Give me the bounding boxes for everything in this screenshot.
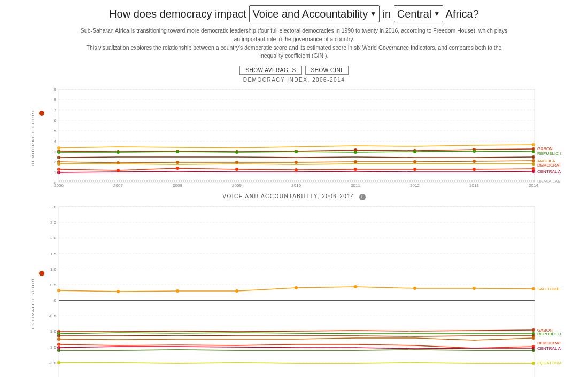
svg-point-45 <box>413 160 416 163</box>
svg-text:-2.0: -2.0 <box>49 360 56 365</box>
svg-text:1.0: 1.0 <box>50 267 57 272</box>
svg-text:0: 0 <box>54 298 57 303</box>
svg-point-65 <box>413 168 416 171</box>
title-prefix: How does democracy impact <box>109 8 246 20</box>
indicator-dropdown[interactable]: Voice and Accountability ▼ <box>249 5 380 22</box>
svg-text:2007: 2007 <box>113 183 123 188</box>
svg-text:8: 8 <box>54 97 57 102</box>
svg-point-56 <box>473 150 476 153</box>
svg-text:1.5: 1.5 <box>50 252 57 256</box>
line2-eq-guinea-2[interactable] <box>59 363 533 363</box>
svg-text:9: 9 <box>54 87 57 92</box>
svg-text:CENTRAL AFRICAN REPUBLIC: CENTRAL AFRICAN REPUBLIC <box>537 346 561 351</box>
svg-point-120 <box>235 289 238 293</box>
line2-angola[interactable] <box>59 338 533 340</box>
title-end: Africa? <box>446 8 479 20</box>
svg-point-119 <box>176 289 179 293</box>
svg-point-52 <box>235 151 238 154</box>
svg-text:1: 1 <box>54 170 57 175</box>
svg-point-51 <box>176 150 179 153</box>
line2-cameroon[interactable] <box>59 335 533 336</box>
svg-point-46 <box>473 160 476 163</box>
svg-text:2011: 2011 <box>351 183 360 188</box>
line-cameroon[interactable] <box>59 157 533 158</box>
svg-text:2.5: 2.5 <box>50 220 57 225</box>
chart1-y-label: DEMOCRATIC SCORE <box>30 108 35 166</box>
subtitle: Sub-Saharan Africa is transitioning towa… <box>80 27 508 60</box>
svg-text:4: 4 <box>54 139 57 144</box>
svg-text:2: 2 <box>54 160 57 164</box>
svg-text:2013: 2013 <box>469 183 479 188</box>
svg-text:REPUBLIC OF THE CONGO: REPUBLIC OF THE CONGO <box>537 151 561 156</box>
svg-text:CENTRAL AFRICAN REPUBLIC: CENTRAL AFRICAN REPUBLIC <box>537 169 561 174</box>
svg-text:UNAVAILABLE: UNAVAILABLE <box>537 179 561 184</box>
svg-point-53 <box>295 150 298 153</box>
title-in: in <box>383 8 391 20</box>
svg-text:2009: 2009 <box>232 183 242 188</box>
line2-gabon[interactable] <box>59 330 533 332</box>
svg-point-43 <box>295 161 298 164</box>
svg-point-60 <box>117 169 120 172</box>
main-title: How does democracy impact Voice and Acco… <box>0 5 588 22</box>
svg-point-42 <box>235 161 238 164</box>
svg-text:2008: 2008 <box>173 183 182 188</box>
svg-text:2014: 2014 <box>529 183 538 188</box>
line-eq-guinea[interactable] <box>59 164 533 164</box>
svg-text:EQUATORIAL GUINEA: EQUATORIAL GUINEA <box>537 360 561 365</box>
svg-text:DEMOCRATIC REPUBLIC OF THE CON: DEMOCRATIC REPUBLIC OF THE CONGO <box>537 341 561 345</box>
svg-point-62 <box>235 168 238 171</box>
svg-point-61 <box>176 167 179 170</box>
svg-text:-1.5: -1.5 <box>49 345 56 350</box>
svg-text:-0.5: -0.5 <box>49 313 56 318</box>
svg-text:0.5: 0.5 <box>50 282 57 287</box>
show-averages-button[interactable]: SHOW AVERAGES <box>239 66 301 75</box>
region-dropdown[interactable]: Central ▼ <box>394 5 443 22</box>
svg-text:2012: 2012 <box>410 183 420 188</box>
line2-republic-congo[interactable] <box>59 333 533 334</box>
svg-point-123 <box>413 287 416 290</box>
accountability-chart-container: ESTIMATED SCORE <box>27 201 561 377</box>
line2-eq-guinea[interactable] <box>59 350 533 350</box>
svg-text:DEMOCRATIC REPUBLIC OF THE CON: DEMOCRATIC REPUBLIC OF THE CONGO <box>537 163 561 168</box>
svg-text:6: 6 <box>54 118 57 123</box>
svg-text:7: 7 <box>54 108 57 113</box>
accountability-chart-section: VOICE AND ACCOUNTABILITY, 2006-2014 i ES… <box>27 193 561 377</box>
show-gini-button[interactable]: SHOW GINI <box>305 66 349 75</box>
controls-bar: SHOW AVERAGES SHOW GINI <box>0 66 588 75</box>
chart2-y-indicator <box>39 271 44 276</box>
line-sao-tome[interactable] <box>59 145 533 148</box>
svg-point-66 <box>473 168 476 171</box>
svg-point-121 <box>295 286 298 289</box>
svg-point-55 <box>413 150 416 153</box>
indicator-dropdown-arrow: ▼ <box>370 10 376 19</box>
region-dropdown-arrow: ▼ <box>434 10 440 19</box>
svg-text:2006: 2006 <box>54 183 64 188</box>
svg-point-118 <box>117 290 120 293</box>
accountability-chart-svg: ESTIMATED SCORE <box>27 201 561 377</box>
svg-point-50 <box>117 151 120 154</box>
democracy-chart-title: DEMOCRACY INDEX, 2006-2014 <box>27 77 561 83</box>
svg-text:2010: 2010 <box>291 183 301 188</box>
svg-text:-1.0: -1.0 <box>49 329 56 334</box>
svg-point-64 <box>354 168 357 171</box>
svg-text:2.0: 2.0 <box>50 235 57 240</box>
chart2-info-icon[interactable]: i <box>359 194 366 200</box>
democracy-chart-container: DEMOCRATIC SCORE 9 <box>27 84 561 188</box>
svg-text:SAO TOME AND PRINCIPE: SAO TOME AND PRINCIPE <box>537 287 561 292</box>
svg-point-44 <box>354 160 357 163</box>
svg-text:3: 3 <box>54 150 57 154</box>
svg-text:GABON: GABON <box>537 146 553 151</box>
svg-text:3.0: 3.0 <box>50 205 57 209</box>
svg-text:ESTIMATED SCORE: ESTIMATED SCORE <box>30 277 35 329</box>
svg-point-54 <box>354 151 357 154</box>
svg-point-41 <box>176 161 179 164</box>
svg-point-122 <box>354 285 357 288</box>
svg-text:5: 5 <box>54 129 57 133</box>
svg-point-124 <box>473 287 476 290</box>
chart1-y-indicator <box>39 111 44 116</box>
svg-text:REPUBLIC OF THE CONGO: REPUBLIC OF THE CONGO <box>537 332 561 336</box>
accountability-chart-title: VOICE AND ACCOUNTABILITY, 2006-2014 i <box>27 193 561 200</box>
svg-point-63 <box>295 168 298 171</box>
democracy-chart-svg: DEMOCRATIC SCORE 9 <box>27 84 561 188</box>
democracy-chart-section: DEMOCRACY INDEX, 2006-2014 DEMOCRATIC SC… <box>27 77 561 188</box>
